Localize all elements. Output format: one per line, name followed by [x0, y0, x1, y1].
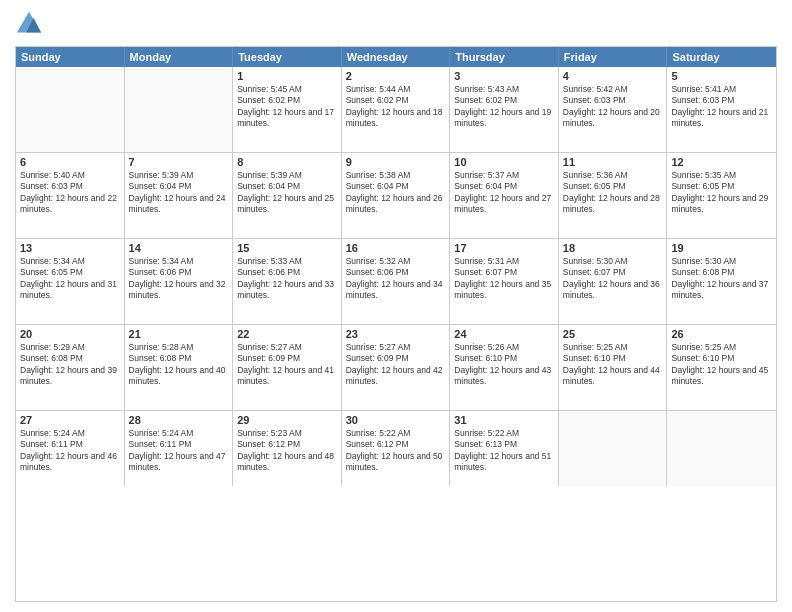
day-number: 20	[20, 328, 120, 340]
cell-info: Sunrise: 5:22 AMSunset: 6:13 PMDaylight:…	[454, 428, 554, 474]
header	[15, 10, 777, 38]
logo-icon	[15, 10, 43, 38]
day-number: 18	[563, 242, 663, 254]
day-number: 17	[454, 242, 554, 254]
calendar: SundayMondayTuesdayWednesdayThursdayFrid…	[15, 46, 777, 602]
cell-info: Sunrise: 5:23 AMSunset: 6:12 PMDaylight:…	[237, 428, 337, 474]
day-number: 11	[563, 156, 663, 168]
day-number: 12	[671, 156, 772, 168]
calendar-cell-1-4: 10Sunrise: 5:37 AMSunset: 6:04 PMDayligh…	[450, 153, 559, 238]
cell-info: Sunrise: 5:30 AMSunset: 6:07 PMDaylight:…	[563, 256, 663, 302]
calendar-row-3: 20Sunrise: 5:29 AMSunset: 6:08 PMDayligh…	[16, 324, 776, 410]
day-number: 27	[20, 414, 120, 426]
cell-info: Sunrise: 5:39 AMSunset: 6:04 PMDaylight:…	[129, 170, 229, 216]
calendar-cell-3-2: 22Sunrise: 5:27 AMSunset: 6:09 PMDayligh…	[233, 325, 342, 410]
calendar-cell-3-6: 26Sunrise: 5:25 AMSunset: 6:10 PMDayligh…	[667, 325, 776, 410]
cell-info: Sunrise: 5:39 AMSunset: 6:04 PMDaylight:…	[237, 170, 337, 216]
calendar-cell-1-3: 9Sunrise: 5:38 AMSunset: 6:04 PMDaylight…	[342, 153, 451, 238]
day-number: 19	[671, 242, 772, 254]
day-number: 9	[346, 156, 446, 168]
cell-info: Sunrise: 5:40 AMSunset: 6:03 PMDaylight:…	[20, 170, 120, 216]
calendar-cell-3-1: 21Sunrise: 5:28 AMSunset: 6:08 PMDayligh…	[125, 325, 234, 410]
calendar-cell-0-2: 1Sunrise: 5:45 AMSunset: 6:02 PMDaylight…	[233, 67, 342, 152]
day-header-monday: Monday	[125, 47, 234, 67]
day-header-sunday: Sunday	[16, 47, 125, 67]
day-number: 6	[20, 156, 120, 168]
cell-info: Sunrise: 5:27 AMSunset: 6:09 PMDaylight:…	[346, 342, 446, 388]
calendar-cell-2-6: 19Sunrise: 5:30 AMSunset: 6:08 PMDayligh…	[667, 239, 776, 324]
calendar-cell-2-5: 18Sunrise: 5:30 AMSunset: 6:07 PMDayligh…	[559, 239, 668, 324]
calendar-cell-0-4: 3Sunrise: 5:43 AMSunset: 6:02 PMDaylight…	[450, 67, 559, 152]
day-number: 13	[20, 242, 120, 254]
cell-info: Sunrise: 5:26 AMSunset: 6:10 PMDaylight:…	[454, 342, 554, 388]
calendar-cell-1-5: 11Sunrise: 5:36 AMSunset: 6:05 PMDayligh…	[559, 153, 668, 238]
cell-info: Sunrise: 5:38 AMSunset: 6:04 PMDaylight:…	[346, 170, 446, 216]
calendar-cell-4-4: 31Sunrise: 5:22 AMSunset: 6:13 PMDayligh…	[450, 411, 559, 486]
cell-info: Sunrise: 5:34 AMSunset: 6:05 PMDaylight:…	[20, 256, 120, 302]
day-number: 23	[346, 328, 446, 340]
day-number: 4	[563, 70, 663, 82]
calendar-cell-4-6	[667, 411, 776, 486]
cell-info: Sunrise: 5:41 AMSunset: 6:03 PMDaylight:…	[671, 84, 772, 130]
cell-info: Sunrise: 5:25 AMSunset: 6:10 PMDaylight:…	[671, 342, 772, 388]
day-number: 8	[237, 156, 337, 168]
day-header-saturday: Saturday	[667, 47, 776, 67]
day-number: 26	[671, 328, 772, 340]
calendar-header: SundayMondayTuesdayWednesdayThursdayFrid…	[16, 47, 776, 67]
logo	[15, 10, 47, 38]
calendar-cell-3-4: 24Sunrise: 5:26 AMSunset: 6:10 PMDayligh…	[450, 325, 559, 410]
cell-info: Sunrise: 5:45 AMSunset: 6:02 PMDaylight:…	[237, 84, 337, 130]
calendar-cell-1-1: 7Sunrise: 5:39 AMSunset: 6:04 PMDaylight…	[125, 153, 234, 238]
cell-info: Sunrise: 5:25 AMSunset: 6:10 PMDaylight:…	[563, 342, 663, 388]
day-number: 24	[454, 328, 554, 340]
day-number: 30	[346, 414, 446, 426]
cell-info: Sunrise: 5:24 AMSunset: 6:11 PMDaylight:…	[20, 428, 120, 474]
day-header-friday: Friday	[559, 47, 668, 67]
cell-info: Sunrise: 5:36 AMSunset: 6:05 PMDaylight:…	[563, 170, 663, 216]
calendar-cell-0-6: 5Sunrise: 5:41 AMSunset: 6:03 PMDaylight…	[667, 67, 776, 152]
calendar-cell-0-5: 4Sunrise: 5:42 AMSunset: 6:03 PMDaylight…	[559, 67, 668, 152]
day-number: 29	[237, 414, 337, 426]
day-number: 15	[237, 242, 337, 254]
calendar-cell-2-4: 17Sunrise: 5:31 AMSunset: 6:07 PMDayligh…	[450, 239, 559, 324]
cell-info: Sunrise: 5:22 AMSunset: 6:12 PMDaylight:…	[346, 428, 446, 474]
calendar-row-0: 1Sunrise: 5:45 AMSunset: 6:02 PMDaylight…	[16, 67, 776, 152]
day-number: 28	[129, 414, 229, 426]
calendar-cell-0-0	[16, 67, 125, 152]
day-number: 16	[346, 242, 446, 254]
cell-info: Sunrise: 5:28 AMSunset: 6:08 PMDaylight:…	[129, 342, 229, 388]
calendar-cell-4-1: 28Sunrise: 5:24 AMSunset: 6:11 PMDayligh…	[125, 411, 234, 486]
calendar-row-2: 13Sunrise: 5:34 AMSunset: 6:05 PMDayligh…	[16, 238, 776, 324]
cell-info: Sunrise: 5:35 AMSunset: 6:05 PMDaylight:…	[671, 170, 772, 216]
calendar-row-1: 6Sunrise: 5:40 AMSunset: 6:03 PMDaylight…	[16, 152, 776, 238]
calendar-cell-1-0: 6Sunrise: 5:40 AMSunset: 6:03 PMDaylight…	[16, 153, 125, 238]
calendar-cell-2-1: 14Sunrise: 5:34 AMSunset: 6:06 PMDayligh…	[125, 239, 234, 324]
cell-info: Sunrise: 5:44 AMSunset: 6:02 PMDaylight:…	[346, 84, 446, 130]
cell-info: Sunrise: 5:37 AMSunset: 6:04 PMDaylight:…	[454, 170, 554, 216]
calendar-cell-2-2: 15Sunrise: 5:33 AMSunset: 6:06 PMDayligh…	[233, 239, 342, 324]
cell-info: Sunrise: 5:32 AMSunset: 6:06 PMDaylight:…	[346, 256, 446, 302]
cell-info: Sunrise: 5:43 AMSunset: 6:02 PMDaylight:…	[454, 84, 554, 130]
calendar-cell-3-3: 23Sunrise: 5:27 AMSunset: 6:09 PMDayligh…	[342, 325, 451, 410]
calendar-cell-0-3: 2Sunrise: 5:44 AMSunset: 6:02 PMDaylight…	[342, 67, 451, 152]
day-number: 21	[129, 328, 229, 340]
day-header-tuesday: Tuesday	[233, 47, 342, 67]
page: SundayMondayTuesdayWednesdayThursdayFrid…	[0, 0, 792, 612]
cell-info: Sunrise: 5:31 AMSunset: 6:07 PMDaylight:…	[454, 256, 554, 302]
day-number: 1	[237, 70, 337, 82]
calendar-body: 1Sunrise: 5:45 AMSunset: 6:02 PMDaylight…	[16, 67, 776, 486]
calendar-cell-2-0: 13Sunrise: 5:34 AMSunset: 6:05 PMDayligh…	[16, 239, 125, 324]
day-number: 10	[454, 156, 554, 168]
calendar-cell-4-3: 30Sunrise: 5:22 AMSunset: 6:12 PMDayligh…	[342, 411, 451, 486]
day-number: 14	[129, 242, 229, 254]
day-number: 22	[237, 328, 337, 340]
calendar-cell-0-1	[125, 67, 234, 152]
day-number: 3	[454, 70, 554, 82]
day-header-wednesday: Wednesday	[342, 47, 451, 67]
calendar-cell-4-2: 29Sunrise: 5:23 AMSunset: 6:12 PMDayligh…	[233, 411, 342, 486]
cell-info: Sunrise: 5:27 AMSunset: 6:09 PMDaylight:…	[237, 342, 337, 388]
day-number: 2	[346, 70, 446, 82]
cell-info: Sunrise: 5:33 AMSunset: 6:06 PMDaylight:…	[237, 256, 337, 302]
cell-info: Sunrise: 5:30 AMSunset: 6:08 PMDaylight:…	[671, 256, 772, 302]
cell-info: Sunrise: 5:24 AMSunset: 6:11 PMDaylight:…	[129, 428, 229, 474]
